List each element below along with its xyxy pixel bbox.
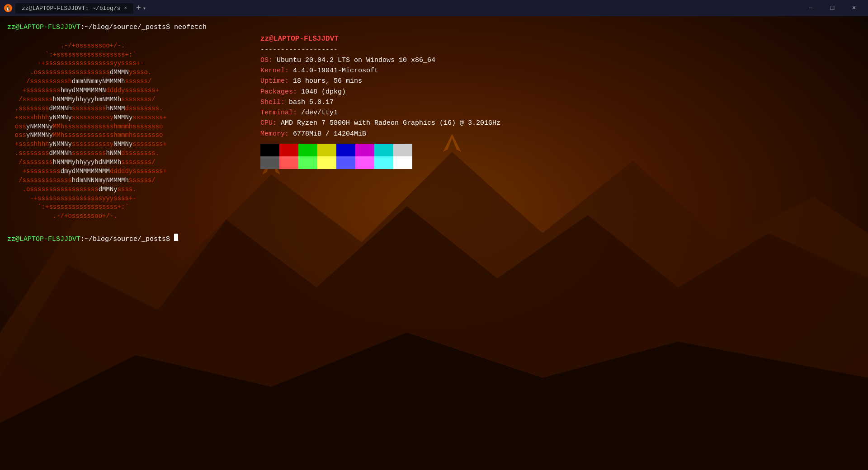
packages-value: 1048 (dpkg) (301, 88, 346, 96)
maximize-button[interactable]: □ (822, 0, 843, 16)
swatch-green (298, 144, 317, 156)
cpu-value: AMD Ryzen 7 5800H with Radeon Graphics (… (281, 119, 500, 127)
os-value: Ubuntu 20.04.2 LTS on Windows 10 x86_64 (277, 56, 435, 64)
window-controls: ─ □ × (800, 0, 864, 16)
sysinfo-terminal-line: Terminal: /dev/tty1 (260, 108, 500, 118)
titlebar: 🐧 zz@LAPTOP-FLSJJDVT: ~/blog/s × + ▾ ─ □… (0, 0, 868, 16)
swatch-bright-black (260, 156, 279, 169)
neofetch-output: .-/+ossssssoo+/-. `:+ssssssssssssssssss+… (7, 33, 861, 230)
prompt-path: :~/blog/source/_posts (80, 23, 166, 33)
swatch-bright-magenta (355, 156, 374, 169)
cursor (174, 234, 178, 241)
swatch-bright-white (393, 156, 412, 169)
terminal-icon: 🐧 (4, 4, 13, 13)
swatch-red (279, 144, 298, 156)
sysinfo-cpu-line: CPU: AMD Ryzen 7 5800H with Radeon Graph… (260, 118, 500, 128)
uptime-label: Uptime: (260, 77, 289, 85)
bottom-prompt-line: zz@LAPTOP-FLSJJDVT:~/blog/source/_posts$ (7, 234, 861, 244)
kernel-value: 4.4.0-19041-Microsoft (293, 67, 378, 75)
tab-close-button[interactable]: × (124, 5, 127, 11)
prompt-user: zz@LAPTOP-FLSJJDVT (7, 23, 80, 33)
sysinfo-memory-line: Memory: 6778MiB / 14204MiB (260, 129, 500, 139)
swatch-magenta (355, 144, 374, 156)
prompt-symbol: $ (166, 23, 170, 33)
swatch-row-2 (260, 156, 500, 169)
swatch-bright-cyan (374, 156, 393, 169)
swatch-black (260, 144, 279, 156)
terminal-value: /dev/tty1 (301, 109, 338, 117)
swatch-yellow (317, 144, 336, 156)
memory-label: Memory: (260, 130, 289, 138)
swatch-cyan (374, 144, 393, 156)
tab-dropdown-button[interactable]: ▾ (143, 5, 146, 12)
sysinfo-packages-line: Packages: 1048 (dpkg) (260, 87, 500, 97)
bottom-prompt-user: zz@LAPTOP-FLSJJDVT (7, 235, 80, 244)
ascii-art: .-/+ossssssoo+/-. `:+ssssssssssssssssss+… (7, 33, 242, 230)
sysinfo-uptime-line: Uptime: 18 hours, 56 mins (260, 76, 500, 86)
shell-value: bash 5.0.17 (289, 99, 334, 106)
cpu-label: CPU: (260, 119, 277, 127)
sysinfo-username-line: zz@LAPTOP-FLSJJDVT (260, 33, 500, 45)
new-tab-button[interactable]: + (136, 4, 141, 13)
bottom-prompt-path: :~/blog/source/_posts (80, 235, 166, 244)
packages-label: Packages: (260, 88, 297, 96)
swatch-bright-red (279, 156, 298, 169)
sysinfo-os-line: OS: Ubuntu 20.04.2 LTS on Windows 10 x86… (260, 55, 500, 66)
memory-value: 6778MiB / 14204MiB (293, 130, 366, 138)
sysinfo-shell-line: Shell: bash 5.0.17 (260, 97, 500, 108)
swatch-row-1 (260, 144, 500, 156)
swatch-bright-yellow (317, 156, 336, 169)
minimize-button[interactable]: ─ (800, 0, 821, 16)
sysinfo-username: zz@LAPTOP-FLSJJDVT (260, 35, 339, 43)
shell-label: Shell: (260, 99, 285, 106)
bottom-prompt-symbol: $ (166, 235, 170, 244)
sysinfo-separator-line: ------------------- (260, 45, 500, 55)
terminal-label: Terminal: (260, 109, 297, 117)
terminal-tab[interactable]: zz@LAPTOP-FLSJJDVT: ~/blog/s × (15, 3, 133, 14)
terminal-window[interactable]: zz@LAPTOP-FLSJJDVT:~/blog/source/_posts$… (0, 16, 868, 470)
close-button[interactable]: × (844, 0, 864, 16)
sysinfo-kernel-line: Kernel: 4.4.0-19041-Microsoft (260, 66, 500, 76)
tab-label: zz@LAPTOP-FLSJJDVT: ~/blog/s (22, 5, 120, 12)
swatch-bright-green (298, 156, 317, 169)
color-swatches (260, 144, 500, 169)
swatch-blue (336, 144, 355, 156)
kernel-label: Kernel: (260, 67, 289, 75)
swatch-white (393, 144, 412, 156)
uptime-value: 18 hours, 56 mins (293, 77, 362, 85)
swatch-bright-blue (336, 156, 355, 169)
terminal-content[interactable]: zz@LAPTOP-FLSJJDVT:~/blog/source/_posts$… (0, 16, 868, 470)
os-label: OS: (260, 56, 273, 64)
command-text: neofetch (174, 23, 207, 33)
svg-text:🐧: 🐧 (5, 5, 11, 11)
system-info: zz@LAPTOP-FLSJJDVT ------------------- O… (260, 33, 500, 230)
sysinfo-separator: ------------------- (260, 46, 338, 54)
command-prompt-line: zz@LAPTOP-FLSJJDVT:~/blog/source/_posts$… (7, 23, 861, 33)
